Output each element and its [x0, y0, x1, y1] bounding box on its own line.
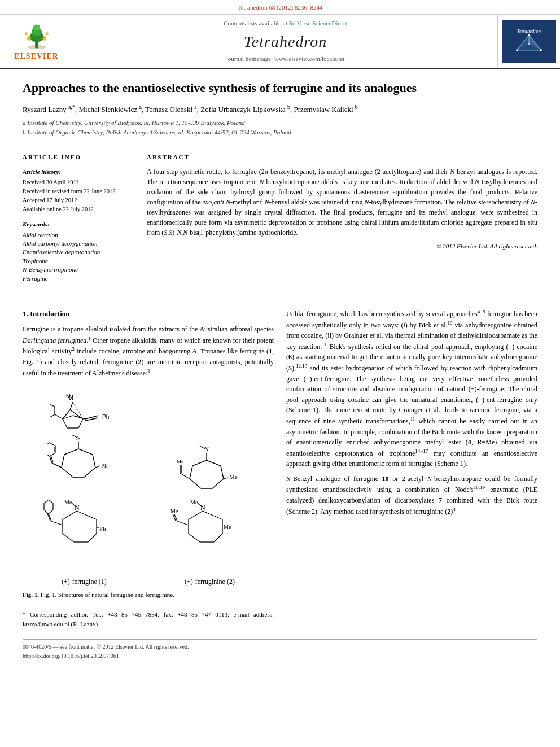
svg-line-34	[50, 404, 55, 407]
tetrahedron-logo: Tetrahedron	[502, 20, 556, 63]
svg-point-4	[27, 36, 30, 40]
affiliations: a Institute of Chemistry, University of …	[23, 118, 537, 137]
figure-1-area: N Me Ph	[23, 386, 274, 600]
svg-text:Me: Me	[229, 473, 238, 480]
elsevier-tree-svg	[14, 21, 59, 50]
svg-text:Me: Me	[224, 524, 231, 530]
svg-text:N: N	[75, 504, 80, 512]
svg-line-81	[189, 511, 203, 519]
elsevier-brand-text: ELSEVIER	[14, 51, 59, 62]
journal-ref-text: Tetrahedron 68 (2012) 8236–8244	[237, 4, 322, 11]
section-divider	[23, 300, 537, 300]
svg-point-18	[516, 49, 518, 51]
journal-name: Tetrahedron	[244, 30, 327, 53]
svg-line-27	[73, 402, 83, 419]
ferrugine-label: (+)-ferrugine (1)	[62, 576, 107, 587]
ferruginine-label: (+)-ferruginine (2)	[185, 576, 235, 587]
keyword-5: N-Benzylnortropinone	[23, 265, 127, 274]
svg-text:Me: Me	[66, 393, 73, 399]
svg-line-30	[50, 414, 55, 418]
svg-line-93	[173, 514, 176, 521]
svg-text:Tetrahedron: Tetrahedron	[517, 28, 541, 34]
structures-labeled-row: N Ph Me	[23, 500, 274, 576]
revised-date: Received in revised form 22 June 2012	[23, 187, 127, 196]
svg-line-26	[70, 402, 73, 410]
ferrugine-item: N Ph Me	[43, 500, 128, 576]
svg-marker-55	[190, 460, 224, 488]
ferrugine-full-svg: N Ph Me	[43, 500, 128, 573]
accepted-date: Accepted 17 July 2012	[23, 196, 127, 205]
keywords-section: Keywords: Aldol reaction Aldol carbonyl …	[23, 220, 127, 283]
intro-heading: 1. Introduction	[23, 308, 274, 320]
svg-point-8	[27, 45, 46, 49]
fig1-caption-text: Fig. 1. Structures of natural ferrugine …	[41, 591, 174, 598]
abstract-heading: ABSTRACT	[147, 153, 537, 161]
right-paragraph-1: Unlike ferruginine, which has been synth…	[286, 308, 537, 469]
ferrugine-structure-svg: N	[47, 429, 126, 497]
structure-ferruginine: N Me Me	[176, 440, 249, 500]
svg-text:Me: Me	[64, 500, 72, 505]
svg-marker-43	[62, 449, 95, 477]
keyword-1: Aldol reaction	[23, 231, 127, 239]
keyword-6: Ferrugine	[23, 274, 127, 283]
main-content: Approaches to the enantioselective synth…	[0, 69, 560, 672]
svg-text:Me: Me	[190, 500, 198, 505]
footer-bar: 0040-4020/$ — see front matter © 2012 El…	[23, 639, 537, 660]
svg-line-65	[63, 511, 77, 519]
svg-line-54	[95, 466, 100, 468]
svg-point-19	[540, 49, 542, 51]
svg-text:Me: Me	[170, 508, 178, 514]
keyword-2: Aldol carbonyl deoxygenation	[23, 239, 127, 248]
svg-line-22	[63, 419, 67, 428]
svg-line-74	[51, 521, 63, 525]
authors-line: Ryszard Lazny a,*, Michal Sienkiewicz a,…	[23, 103, 537, 115]
svg-point-20	[528, 42, 530, 45]
article-history-section: Article history: Received 30 April 2012 …	[23, 168, 127, 213]
svg-text:Ph: Ph	[101, 462, 108, 469]
tetrahedron-logo-box: Tetrahedron	[498, 15, 560, 68]
elsevier-logo: ELSEVIER	[14, 21, 59, 62]
article-info-heading: ARTICLE INFO	[23, 153, 127, 161]
structure-labels: (+)-ferrugine (1) (+)-ferruginine (2)	[23, 576, 274, 587]
svg-line-87	[203, 511, 222, 519]
svg-line-24	[78, 419, 83, 428]
footer-line-1: 0040-4020/$ — see front matter © 2012 El…	[23, 643, 537, 651]
keywords-heading: Keywords:	[23, 220, 127, 229]
body-two-col: 1. Introduction Ferrugine is a tropane a…	[23, 308, 537, 629]
sciverse-link[interactable]: SciVerse ScienceDirect	[289, 20, 347, 27]
svg-line-47	[52, 463, 62, 468]
svg-line-64	[224, 478, 228, 479]
abstract-column: ABSTRACT A four-step synthetic route, to…	[147, 153, 537, 290]
journal-homepage: journal homepage: www.elsevier.com/locat…	[226, 55, 344, 63]
tetrahedron-cover-svg: Tetrahedron	[505, 23, 553, 60]
svg-line-83	[189, 534, 200, 542]
intro-paragraph-1: Ferrugine is a tropane alkaloid isolated…	[23, 324, 274, 378]
keywords-list: Aldol reaction Aldol carbonyl deoxygenat…	[23, 231, 127, 283]
svg-marker-77	[44, 500, 53, 514]
svg-line-92	[174, 514, 177, 521]
figure-1-caption: Fig. 1. Fig. 1. Structures of natural fe…	[23, 590, 274, 600]
elsevier-logo-box: ELSEVIER	[0, 15, 73, 68]
journal-reference: Tetrahedron 68 (2012) 8236–8244	[0, 0, 560, 15]
svg-point-3	[33, 24, 40, 30]
sciverse-line: Contents lists available at SciVerse Sci…	[224, 19, 347, 28]
ferruginine-full-svg: N Me Me Me	[169, 500, 253, 573]
svg-point-6	[25, 32, 28, 35]
article-info-column: ARTICLE INFO Article history: Received 3…	[23, 153, 135, 290]
abstract-body: A four-step synthetic route, to ferrugin…	[147, 167, 537, 238]
contents-available-text: Contents lists available at	[224, 20, 287, 27]
copyright-line: © 2012 Elsevier Ltd. All rights reserved…	[147, 242, 537, 251]
svg-line-67	[63, 534, 74, 542]
footer-line-2: http://dx.doi.org/10.1016/j.tet.2012.07.…	[23, 652, 537, 660]
svg-point-17	[528, 34, 530, 36]
article-info-abstract-section: ARTICLE INFO Article history: Received 3…	[23, 146, 537, 290]
svg-line-69	[88, 534, 97, 542]
article-title: Approaches to the enantioselective synth…	[23, 80, 537, 97]
article-history-heading: Article history:	[23, 168, 127, 176]
svg-text:Ph: Ph	[99, 525, 106, 532]
svg-line-28	[55, 414, 63, 419]
left-body-column: 1. Introduction Ferrugine is a tropane a…	[23, 308, 274, 629]
right-body-column: Unlike ferruginine, which has been synth…	[286, 308, 537, 629]
homepage-text: journal homepage: www.elsevier.com/locat…	[226, 55, 344, 62]
keyword-4: Tropinone	[23, 257, 127, 265]
